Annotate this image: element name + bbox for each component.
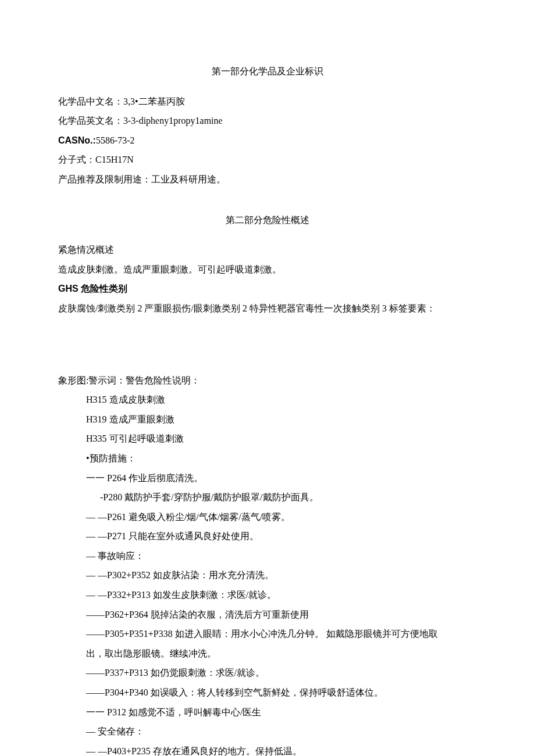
hazard-h315: H315 造成皮肤刺激 bbox=[58, 390, 477, 410]
p304-line: ——P304+P340 如误吸入：将人转移到空气新鲜处，保持呼吸舒适体位。 bbox=[58, 683, 477, 703]
p337-line: ——P337+P313 如仍觉眼刺激：求医/就诊。 bbox=[58, 663, 477, 683]
p332-line: — —P332+P313 如发生皮肤刺激：求医/就诊。 bbox=[58, 585, 477, 605]
p302-line: — —P302+P352 如皮肤沾染：用水充分清洗。 bbox=[58, 565, 477, 585]
cas-value: 5586-73-2 bbox=[96, 135, 135, 145]
use-label: 产品推荐及限制用途： bbox=[58, 174, 151, 184]
formula-value: C15H17N bbox=[95, 155, 134, 164]
pictogram-line: 象形图:警示词：警告危险性说明： bbox=[58, 371, 477, 390]
emergency-heading: 紧急情况概述 bbox=[58, 240, 477, 260]
chem-name-en-value: 3-3-dipheny1propy1amine bbox=[123, 116, 223, 126]
ghs-text: 皮肤腐蚀/刺激类别 2 严重眼损伤/眼刺激类别 2 特异性靶器官毒性一次接触类别… bbox=[58, 299, 477, 318]
formula-line: 分子式：C15H17N bbox=[58, 150, 477, 170]
precaution-heading: •预防措施： bbox=[58, 449, 477, 468]
hazard-h335: H335 可引起呼吸道刺激 bbox=[58, 429, 477, 449]
storage-heading: — 安全储存： bbox=[58, 722, 477, 741]
p261-line: — —P261 避免吸入粉尘/烟/气体/烟雾/蒸气/喷雾。 bbox=[58, 507, 477, 527]
p271-line: — —P271 只能在室外或通风良好处使用。 bbox=[58, 526, 477, 546]
chem-name-cn-label: 化学品中文名： bbox=[58, 96, 123, 106]
emergency-text: 造成皮肤刺激。造成严重眼刺激。可引起呼吸道刺激。 bbox=[58, 260, 477, 280]
chem-name-cn: 化学品中文名：3,3•二苯基丙胺 bbox=[58, 92, 477, 112]
p403-line: — —P403+P235 存放在通风良好的地方。保持低温。 bbox=[58, 741, 477, 756]
hazard-h319: H319 造成严重眼刺激 bbox=[58, 410, 477, 429]
formula-label: 分子式： bbox=[58, 155, 95, 164]
p264-line: 一一 P264 作业后彻底清洗。 bbox=[58, 468, 477, 488]
document-page: 第一部分化学品及企业标识 化学品中文名：3,3•二苯基丙胺 化学品英文名：3-3… bbox=[0, 0, 535, 756]
section2-title: 第二部分危险性概述 bbox=[58, 210, 477, 230]
chem-name-cn-value: 3,3•二苯基丙胺 bbox=[123, 96, 185, 106]
p280-line: -P280 戴防护手套/穿防护服/戴防护眼罩/戴防护面具。 bbox=[58, 488, 477, 507]
response-heading: — 事故响应： bbox=[58, 546, 477, 566]
ghs-heading: GHS 危险性类别 bbox=[58, 279, 477, 299]
p362-line: ——P362+P364 脱掉沾染的衣服，清洗后方可重新使用 bbox=[58, 605, 477, 625]
use-line: 产品推荐及限制用途：工业及科研用途。 bbox=[58, 170, 477, 189]
p305-line: ——P305+P351+P338 如进入眼睛：用水小心冲洗几分钟。 如戴隐形眼镜… bbox=[58, 624, 477, 644]
p305b-line: 出，取出隐形眼镜。继续冲洗。 bbox=[58, 644, 477, 664]
section1-title: 第一部分化学品及企业标识 bbox=[58, 62, 477, 81]
cas-line: CASNo.:5586-73-2 bbox=[58, 131, 477, 151]
chem-name-en: 化学品英文名：3-3-dipheny1propy1amine bbox=[58, 111, 477, 131]
cas-label: CASNo.: bbox=[58, 135, 96, 145]
chem-name-en-label: 化学品英文名： bbox=[58, 116, 123, 126]
use-value: 工业及科研用途。 bbox=[151, 174, 226, 184]
p312-line: 一一 P312 如感觉不适，呼叫解毒中心/医生 bbox=[58, 703, 477, 722]
